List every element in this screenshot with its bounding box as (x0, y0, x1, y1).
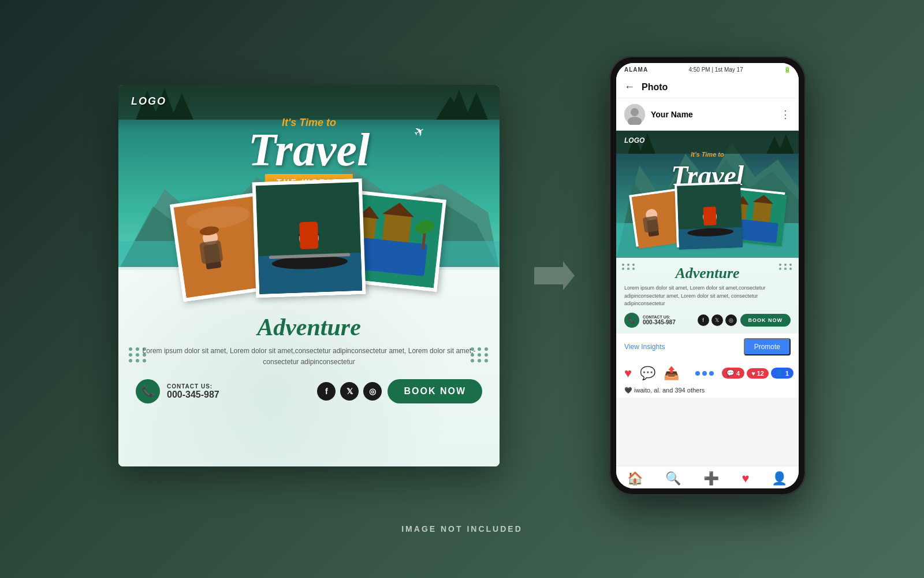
svg-rect-52 (703, 206, 717, 225)
heart-nav-icon[interactable]: ♥ (742, 471, 749, 486)
phone-description: Lorem ipsum dolor sit amet, Lorem dolor … (624, 284, 791, 308)
person-bubble: 👤 1 (771, 368, 793, 379)
contact-section: 📞 CONTACT US: 000-345-987 (136, 379, 219, 403)
left-promo-card: LOGO ✈ It's Time to Travel THE WORLD (118, 85, 500, 466)
phone-mockup: ALAMA 4:50 PM | 1st May 17 🔋 ← Photo (609, 56, 806, 495)
phone-screen: ALAMA 4:50 PM | 1st May 17 🔋 ← Photo (616, 63, 799, 488)
phone-adventure-title: Adventure (624, 265, 791, 282)
comment-bubble: 💬 4 (722, 368, 744, 379)
phone-card-content: Adventure Lorem ipsum dolor sit amet, Lo… (616, 258, 799, 334)
card-footer: 📞 CONTACT US: 000-345-987 f 𝕏 ◎ BOOK NOW (136, 379, 482, 403)
phone-contact-number: 000-345-987 (643, 319, 676, 325)
svg-marker-30 (534, 261, 575, 290)
add-nav-icon[interactable]: ➕ (703, 471, 719, 486)
notification-bubbles: 💬 4 ♥ 12 👤 1 (722, 368, 793, 379)
phone-twitter-icon: 𝕏 (711, 314, 723, 326)
photo-center (252, 179, 366, 298)
user-row: Your Name ⋮ (616, 98, 799, 131)
comment-icon[interactable]: 💬 (640, 366, 655, 381)
phone-nav: ← Photo (616, 76, 799, 98)
view-insights-link[interactable]: View Insights (624, 343, 665, 351)
phone-phone-icon: 📞 (624, 313, 639, 328)
phone-contact: 📞 CONTACT US: 000-345-987 (624, 313, 676, 328)
likes-detail: 🖤 iwaito, al. and 394 others (624, 387, 705, 394)
svg-rect-57 (752, 201, 772, 223)
phone-footer: 📞 CONTACT US: 000-345-987 f (624, 313, 791, 328)
phone-dots-right (779, 264, 793, 270)
back-arrow-icon[interactable]: ← (624, 81, 635, 93)
svg-rect-26 (382, 213, 412, 243)
card-logo: LOGO (131, 95, 166, 108)
phone-image-top: LOGO It's Time to Travel THE WORLD (616, 131, 799, 258)
phone-dots-left (622, 264, 636, 270)
twitter-icon: 𝕏 (340, 382, 359, 401)
contact-label: CONTACT US: (167, 383, 219, 390)
profile-nav-icon[interactable]: 👤 (772, 471, 787, 486)
phone-instagram-icon: ◎ (725, 314, 737, 326)
phone-card: LOGO It's Time to Travel THE WORLD (616, 131, 799, 466)
more-options-icon[interactable]: ⋮ (780, 108, 791, 121)
arrow-container (534, 261, 575, 290)
svg-rect-47 (643, 216, 659, 232)
phone-its-time: It's Time to (691, 151, 724, 158)
heart-icon[interactable]: ♥ (624, 366, 632, 381)
phone-icon: 📞 (136, 379, 160, 403)
likes-text: 🖤 iwaito, al. and 394 others (616, 387, 799, 398)
status-icons: 🔋 (784, 66, 791, 73)
status-carrier: ALAMA (624, 66, 648, 73)
phone-collage (632, 183, 783, 252)
phone-social-icons: f 𝕏 ◎ (698, 314, 737, 326)
phone-book-now-button[interactable]: BOOK NOW (740, 314, 791, 327)
nav-title: Photo (642, 82, 668, 92)
status-time: 4:50 PM | 1st May 17 (688, 66, 743, 73)
phone-status-bar: ALAMA 4:50 PM | 1st May 17 🔋 (616, 63, 799, 76)
phone-contact-label: CONTACT US: (643, 315, 676, 319)
insights-row: View Insights Promote (616, 334, 799, 360)
phone-logo: LOGO (624, 136, 644, 144)
like-bubble: ♥ 12 (747, 368, 769, 379)
home-nav-icon[interactable]: 🏠 (627, 471, 643, 486)
share-icon[interactable]: 📤 (664, 366, 679, 381)
travel-text: Travel (248, 129, 370, 171)
phone-facebook-icon: f (698, 314, 709, 326)
search-nav-icon[interactable]: 🔍 (665, 471, 681, 486)
svg-rect-23 (360, 238, 427, 276)
user-name: Your Name (651, 110, 774, 119)
promote-button[interactable]: Promote (744, 338, 791, 355)
user-avatar (624, 104, 645, 125)
card-description: Lorem ipsum dolor sit amet, Lorem dolor … (136, 346, 482, 368)
facebook-icon: f (317, 382, 336, 401)
svg-rect-14 (199, 240, 223, 264)
social-icons: f 𝕏 ◎ (317, 382, 382, 401)
book-now-button[interactable]: BOOK NOW (388, 379, 482, 403)
svg-point-32 (631, 108, 639, 116)
contact-text: CONTACT US: 000-345-987 (167, 383, 219, 400)
phone-bottom-nav: 🏠 🔍 ➕ ♥ 👤 (616, 466, 799, 488)
actions-row: ♥ 💬 📤 💬 4 (616, 360, 799, 387)
bottom-caption: IMAGE NOT INCLUDED (401, 524, 523, 533)
contact-number: 000-345-987 (167, 390, 219, 400)
instagram-icon: ◎ (363, 382, 382, 401)
battery-icon: 🔋 (784, 66, 791, 73)
svg-rect-20 (299, 221, 318, 249)
phone-photo-center (675, 181, 740, 247)
phone-contact-info: CONTACT US: 000-345-987 (643, 315, 676, 325)
